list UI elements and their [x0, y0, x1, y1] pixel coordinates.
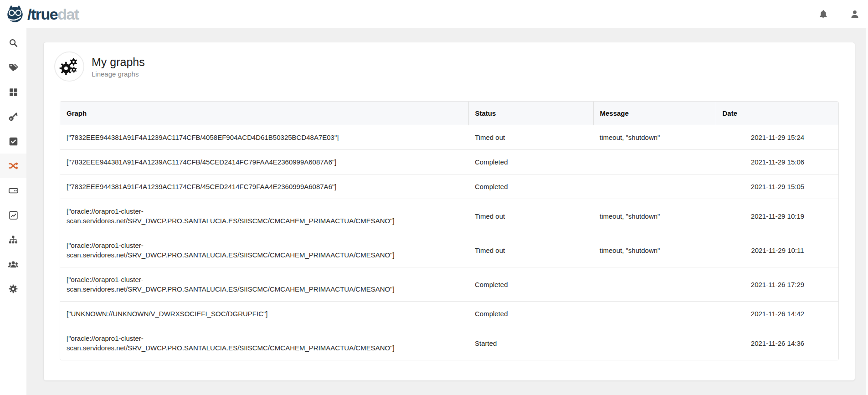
sidebar-item-data-sources[interactable]	[0, 178, 26, 203]
graph-cell: ["oracle://orapro1-cluster- scan.servido…	[60, 326, 468, 360]
message-cell	[593, 174, 716, 199]
sidebar-item-lineage-graphs[interactable]	[0, 154, 26, 178]
owl-logo-icon	[5, 5, 26, 24]
users-icon	[8, 259, 19, 270]
topbar: /truedat	[0, 0, 868, 28]
key-icon	[8, 112, 18, 122]
sidebar-item-structures[interactable]	[0, 227, 26, 252]
date-cell: 2021-11-26 14:42	[716, 302, 839, 326]
date-cell: 2021-11-29 10:11	[716, 233, 839, 267]
status-cell: Completed	[468, 267, 593, 302]
sitemap-icon	[8, 235, 18, 245]
graph-cell: ["oracle://orapro1-cluster- scan.servido…	[60, 199, 468, 233]
date-cell: 2021-11-29 10:19	[716, 199, 839, 233]
search-icon	[8, 38, 18, 48]
gear-icon	[8, 284, 18, 294]
shuffle-icon	[8, 160, 19, 171]
sidebar-item-user-groups[interactable]	[0, 252, 26, 277]
status-cell: Timed out	[468, 233, 593, 267]
column-header-date: Date	[716, 102, 839, 125]
main-content: My graphs Lineage graphs GraphStatusMess…	[26, 28, 868, 395]
message-cell: timeout, "shutdown"	[593, 233, 716, 267]
graph-row[interactable]: ["oracle://orapro1-cluster- scan.servido…	[60, 326, 839, 360]
message-cell	[593, 302, 716, 326]
status-cell: Completed	[468, 302, 593, 326]
graph-row[interactable]: ["7832EEE944381A91F4A1239AC1174CFB/4058E…	[60, 125, 839, 150]
graph-cell: ["UNKNOWN://UNKNOWN/V_DWRXSOCIEFI_SOC/DG…	[60, 302, 468, 326]
column-header-graph: Graph	[60, 102, 468, 125]
date-cell: 2021-11-29 15:05	[716, 174, 839, 199]
chart-line-icon	[9, 210, 18, 220]
date-cell: 2021-11-29 15:06	[716, 150, 839, 174]
status-cell: Completed	[468, 150, 593, 174]
status-cell: Completed	[468, 174, 593, 199]
sidebar-item-dashboards[interactable]	[0, 80, 26, 104]
card-header: My graphs Lineage graphs	[54, 51, 855, 82]
graphs-table-body: ["7832EEE944381A91F4A1239AC1174CFB/4058E…	[60, 125, 839, 360]
scrollbar[interactable]	[866, 28, 868, 395]
date-cell: 2021-11-26 17:29	[716, 267, 839, 302]
graph-row[interactable]: ["UNKNOWN://UNKNOWN/V_DWRXSOCIEFI_SOC/DG…	[60, 302, 839, 326]
logo-text: /truedat	[27, 6, 79, 22]
user-account-icon[interactable]	[850, 9, 860, 19]
tags-icon	[8, 62, 18, 72]
truedat-logo[interactable]: /truedat	[0, 5, 79, 24]
graph-cell: ["7832EEE944381A91F4A1239AC1174CFB/4058E…	[60, 125, 468, 150]
graph-cell: ["7832EEE944381A91F4A1239AC1174CFB/45CED…	[60, 150, 468, 174]
sidebar-item-quality-rules[interactable]	[0, 129, 26, 154]
grid-icon	[9, 87, 18, 97]
sidebar-item-tags[interactable]	[0, 55, 26, 80]
graph-cell: ["oracle://orapro1-cluster- scan.servido…	[60, 233, 468, 267]
page-title: My graphs	[92, 55, 145, 69]
my-graphs-card: My graphs Lineage graphs GraphStatusMess…	[43, 42, 855, 381]
status-cell: Timed out	[468, 199, 593, 233]
message-cell: timeout, "shutdown"	[593, 199, 716, 233]
page-subtitle: Lineage graphs	[92, 70, 145, 78]
check-square-icon	[9, 137, 18, 146]
graphs-table: GraphStatusMessageDate ["7832EEE944381A9…	[60, 101, 839, 360]
table-header-row: GraphStatusMessageDate	[60, 102, 839, 125]
sidebar: »	[0, 28, 26, 395]
notifications-bell-icon[interactable]	[818, 9, 828, 19]
graph-cell: ["oracle://orapro1-cluster- scan.servido…	[60, 267, 468, 302]
graph-row[interactable]: ["7832EEE944381A91F4A1239AC1174CFB/45CED…	[60, 150, 839, 174]
sidebar-item-keys[interactable]	[0, 104, 26, 129]
message-cell	[593, 150, 716, 174]
date-cell: 2021-11-29 15:24	[716, 125, 839, 150]
graph-row[interactable]: ["7832EEE944381A91F4A1239AC1174CFB/45CED…	[60, 174, 839, 199]
graph-row[interactable]: ["oracle://orapro1-cluster- scan.servido…	[60, 233, 839, 267]
message-cell: timeout, "shutdown"	[593, 125, 716, 150]
sidebar-item-search[interactable]	[0, 31, 26, 55]
sidebar-item-settings[interactable]	[0, 277, 26, 301]
status-cell: Timed out	[468, 125, 593, 150]
graph-cell: ["7832EEE944381A91F4A1239AC1174CFB/45CED…	[60, 174, 468, 199]
column-header-status: Status	[468, 102, 593, 125]
gears-icon	[57, 55, 81, 78]
graph-row[interactable]: ["oracle://orapro1-cluster- scan.servido…	[60, 267, 839, 302]
date-cell: 2021-11-26 14:36	[716, 326, 839, 360]
message-cell	[593, 267, 716, 302]
graph-row[interactable]: ["oracle://orapro1-cluster- scan.servido…	[60, 199, 839, 233]
sidebar-item-charts[interactable]	[0, 203, 26, 227]
column-header-message: Message	[593, 102, 716, 125]
graphs-badge	[54, 51, 84, 82]
message-cell	[593, 326, 716, 360]
status-cell: Started	[468, 326, 593, 360]
hard-drive-icon	[8, 185, 19, 196]
